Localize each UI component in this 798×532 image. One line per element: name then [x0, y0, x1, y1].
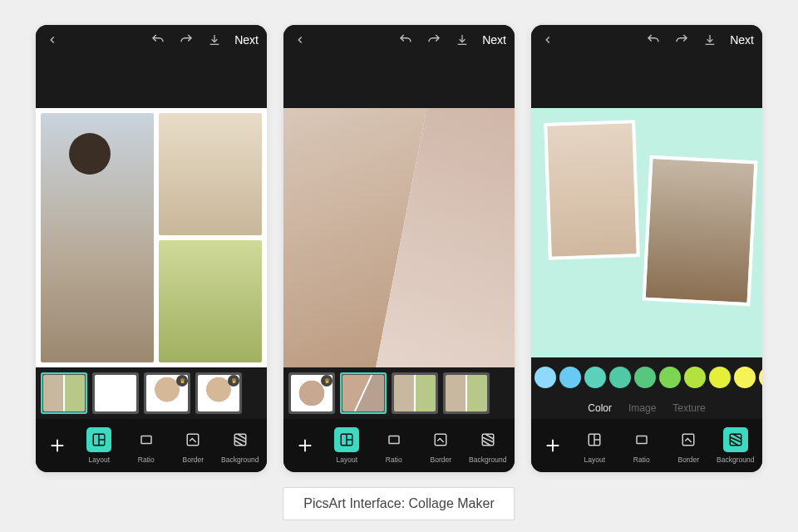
add-button[interactable]	[288, 429, 322, 462]
bg-tab-color[interactable]: Color	[588, 402, 612, 414]
tool-ratio[interactable]: Ratio	[125, 427, 169, 464]
tool-label: Border	[430, 456, 451, 464]
tool-border[interactable]: Border	[171, 427, 215, 464]
phone-screen-2: Next ♛ Layout Ratio	[283, 25, 515, 472]
color-swatch[interactable]	[584, 367, 606, 388]
tool-label: Layout	[584, 456, 605, 464]
svg-line-32	[730, 441, 738, 446]
collage-cell-left[interactable]	[41, 113, 154, 362]
freeform-photo-1[interactable]	[544, 120, 640, 260]
tool-background[interactable]: Background	[466, 427, 510, 464]
phone-screen-3: Next Color Image Texture Layout Ratio	[531, 25, 762, 472]
tool-layout[interactable]: Layout	[325, 427, 369, 464]
tool-ratio[interactable]: Ratio	[620, 427, 664, 464]
background-icon	[723, 427, 748, 452]
ratio-icon	[382, 427, 406, 452]
tool-ratio[interactable]: Ratio	[372, 427, 416, 464]
color-swatch[interactable]	[684, 367, 706, 388]
layout-icon	[582, 427, 607, 452]
bottom-toolbar: Layout Ratio Border Background	[36, 419, 267, 472]
tool-label: Border	[677, 456, 699, 464]
download-icon[interactable]	[454, 32, 470, 48]
color-swatches	[531, 357, 762, 397]
premium-crown-icon: ♛	[228, 375, 239, 387]
top-bar: Next	[283, 25, 515, 55]
layout-thumb[interactable]: ♛	[195, 372, 242, 414]
collage-canvas[interactable]	[283, 108, 515, 367]
tool-background[interactable]: Background	[219, 427, 263, 464]
add-button[interactable]	[536, 429, 569, 462]
layout-thumb[interactable]	[340, 372, 387, 414]
color-swatch[interactable]	[659, 367, 681, 388]
freeform-photo-2[interactable]	[643, 155, 758, 307]
color-swatch[interactable]	[609, 367, 631, 388]
download-icon[interactable]	[206, 32, 223, 48]
layout-icon	[86, 427, 111, 452]
background-icon	[228, 427, 253, 452]
color-swatch[interactable]	[759, 367, 762, 388]
undo-icon[interactable]	[645, 32, 662, 48]
bottom-toolbar: Layout Ratio Border Background	[531, 419, 762, 472]
next-button[interactable]: Next	[234, 33, 259, 47]
undo-icon[interactable]	[397, 32, 414, 48]
background-subtabs: Color Image Texture	[531, 397, 762, 419]
collage-cell-top-right[interactable]	[159, 113, 262, 235]
svg-line-21	[482, 441, 490, 446]
layout-thumb[interactable]	[392, 372, 438, 414]
ratio-icon	[134, 427, 159, 452]
redo-icon[interactable]	[673, 32, 690, 48]
collage-canvas[interactable]	[531, 108, 762, 357]
layout-thumb[interactable]	[41, 372, 87, 414]
undo-icon[interactable]	[150, 32, 166, 48]
tool-label: Background	[717, 456, 754, 464]
color-swatch[interactable]	[559, 367, 581, 388]
add-button[interactable]	[41, 429, 74, 462]
header-spacer	[36, 55, 267, 108]
svg-line-10	[234, 441, 243, 446]
top-bar: Next	[36, 25, 267, 55]
layout-thumbnails: ♛	[283, 367, 515, 419]
color-swatch[interactable]	[634, 367, 656, 388]
layout-thumb[interactable]: ♛	[288, 372, 335, 414]
next-button[interactable]: Next	[730, 33, 754, 47]
next-button[interactable]: Next	[482, 33, 506, 47]
bg-tab-image[interactable]: Image	[628, 402, 656, 414]
tool-label: Layout	[88, 456, 110, 464]
svg-line-22	[485, 434, 494, 439]
top-bar: Next	[531, 25, 762, 55]
bg-tab-texture[interactable]: Texture	[672, 402, 705, 414]
layout-thumb[interactable]: ♛	[144, 372, 190, 414]
redo-icon[interactable]	[178, 32, 195, 48]
premium-crown-icon: ♛	[176, 375, 188, 387]
tool-background[interactable]: Background	[714, 427, 758, 464]
tool-label: Ratio	[386, 456, 402, 464]
phone-screen-1: Next ♛ ♛ Layout	[36, 25, 267, 472]
download-icon[interactable]	[702, 32, 718, 48]
header-spacer	[531, 55, 762, 108]
bottom-toolbar: Layout Ratio Border Background	[283, 419, 515, 472]
tool-border[interactable]: Border	[419, 427, 463, 464]
layout-thumb[interactable]	[92, 372, 139, 414]
phones-row: Next ♛ ♛ Layout	[0, 0, 798, 472]
back-icon[interactable]	[44, 32, 61, 48]
ratio-icon	[629, 427, 654, 452]
header-spacer	[283, 55, 515, 108]
tool-border[interactable]: Border	[667, 427, 711, 464]
collage-cell-bottom-right[interactable]	[159, 240, 262, 362]
tool-layout[interactable]: Layout	[77, 427, 121, 464]
back-icon[interactable]	[539, 32, 556, 48]
svg-rect-17	[389, 436, 399, 444]
background-icon	[475, 427, 500, 452]
tool-layout[interactable]: Layout	[573, 427, 617, 464]
color-swatch[interactable]	[709, 367, 731, 388]
color-swatch[interactable]	[734, 367, 756, 388]
tool-label: Background	[469, 456, 506, 464]
svg-line-33	[733, 434, 741, 439]
caption: PicsArt Interface: Collage Maker	[283, 487, 515, 520]
redo-icon[interactable]	[426, 32, 442, 48]
tool-label: Ratio	[138, 456, 155, 464]
layout-thumb[interactable]	[443, 372, 490, 414]
back-icon[interactable]	[292, 32, 308, 48]
color-swatch[interactable]	[534, 367, 556, 388]
collage-canvas[interactable]	[36, 108, 267, 367]
